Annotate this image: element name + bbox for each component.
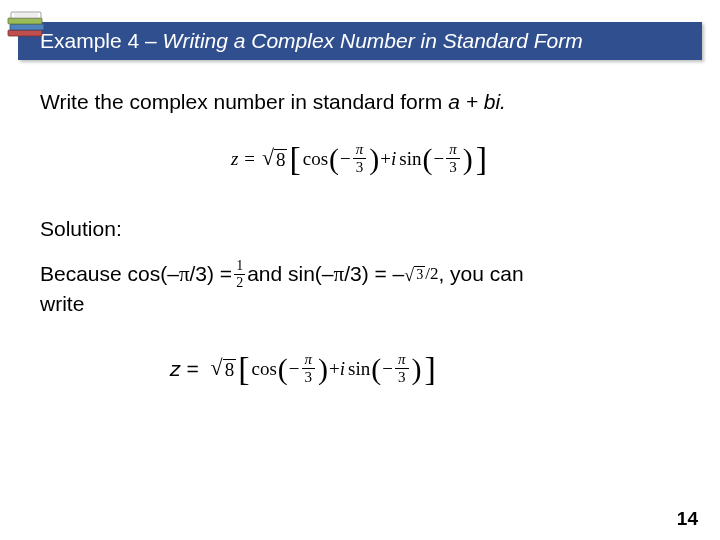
slide: Example 4 – Writing a Complex Number in … <box>0 0 720 540</box>
eq2-plus: + <box>329 358 340 380</box>
svg-rect-2 <box>8 18 42 24</box>
explain-t6: write <box>40 292 84 315</box>
eq1-i: i <box>391 148 396 170</box>
prompt-text: Write the complex number in standard for… <box>40 90 448 113</box>
solution-heading: Solution: <box>40 217 680 241</box>
eq1-sin: sin <box>399 148 421 170</box>
explain-half: 1 2 <box>234 259 245 290</box>
eq1-neg1: − <box>340 148 351 170</box>
title-separator: – <box>139 29 162 52</box>
eq2-frac2: π 3 <box>395 352 409 385</box>
svg-rect-1 <box>10 24 44 30</box>
example-label: Example 4 <box>40 29 139 52</box>
svg-rect-3 <box>11 12 41 18</box>
example-desc: Writing a Complex Number in Standard For… <box>163 29 583 52</box>
eq2-cos: cos <box>252 358 277 380</box>
explain-t1: Because cos(– <box>40 260 179 288</box>
svg-rect-0 <box>8 30 42 36</box>
page-number: 14 <box>677 508 698 530</box>
title-text: Example 4 – Writing a Complex Number in … <box>40 29 583 53</box>
explain-rootdiv: /2 <box>425 263 438 286</box>
body-area: Write the complex number in standard for… <box>40 90 680 385</box>
prompt-abi: a + bi. <box>448 90 506 113</box>
eq2-neg2: − <box>382 358 393 380</box>
explain-pi1: π <box>179 260 190 288</box>
explain-t3: and sin(– <box>247 260 333 288</box>
eq2-sqrt8: √8 <box>211 358 237 380</box>
eq1-frac1: π 3 <box>353 142 367 175</box>
eq2-i: i <box>340 358 345 380</box>
explain-t4: /3) = – <box>344 260 404 288</box>
eq1-plus: + <box>380 148 391 170</box>
title-bar: Example 4 – Writing a Complex Number in … <box>18 22 702 60</box>
equation-2: z = √8 [ cos ( − π 3 ) + i sin ( − <box>40 352 680 385</box>
explain-t5: , you can <box>438 260 523 288</box>
eq1-sqrt8: √8 <box>262 148 288 170</box>
eq2-sin: sin <box>348 358 370 380</box>
eq1-z: z = <box>231 148 256 170</box>
eq1-neg2: − <box>434 148 445 170</box>
eq2-zeq: z = <box>170 357 199 381</box>
eq1-cos: cos <box>303 148 328 170</box>
explain-pi2: π <box>334 260 345 288</box>
eq2-neg1: − <box>289 358 300 380</box>
prompt-line: Write the complex number in standard for… <box>40 90 680 114</box>
equation-1: z = √8 [ cos ( − π 3 ) + i sin ( − <box>40 142 680 175</box>
explain-line: Because cos(–π/3) = 1 2 and sin(–π/3) = … <box>40 259 680 318</box>
eq1-frac2: π 3 <box>446 142 460 175</box>
books-icon <box>6 8 52 48</box>
explain-t2: /3) = <box>190 260 233 288</box>
explain-root3: √3 <box>404 266 425 284</box>
eq2-frac1: π 3 <box>302 352 316 385</box>
